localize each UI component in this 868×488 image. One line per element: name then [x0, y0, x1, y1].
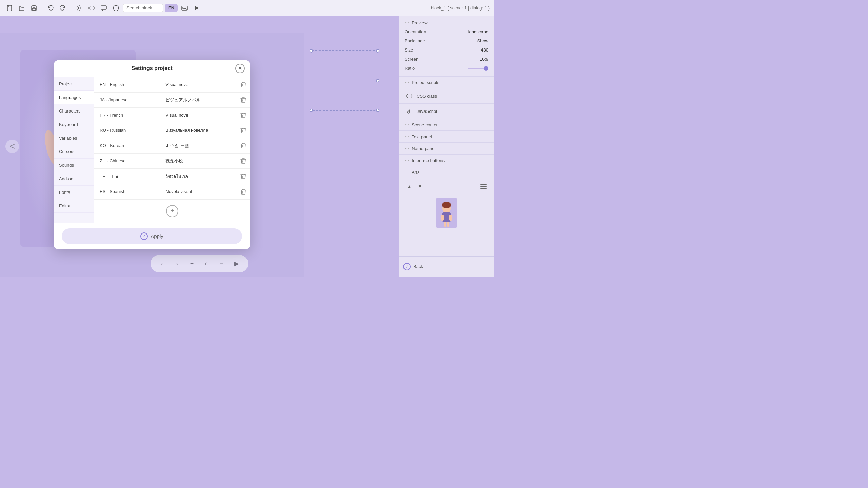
sidebar-item-languages[interactable]: Languages	[54, 91, 94, 104]
separator-2	[71, 4, 71, 12]
apply-button[interactable]: ✓ Apply	[62, 228, 242, 244]
lang-code-0: EN - English	[94, 78, 160, 91]
svg-rect-47	[441, 215, 444, 221]
svg-point-4	[78, 7, 80, 9]
undo-button[interactable]	[45, 3, 56, 14]
language-row: JA - Japanese ビジュアルノベル	[94, 93, 250, 108]
reorder-buttons: ▲ ▼	[405, 182, 425, 191]
add-language-area: +	[94, 200, 250, 223]
orientation-row: Orientation landscape	[405, 27, 488, 36]
sidebar-item-fonts[interactable]: Fonts	[54, 186, 94, 199]
lang-delete-button-4[interactable]	[237, 138, 250, 153]
block-info: block_1 ( scene: 1 | dialog: 1 )	[431, 5, 490, 11]
modal-sidebar: Project Languages Characters Keyboard Va…	[54, 77, 94, 223]
redo-button[interactable]	[57, 3, 68, 14]
scene-content-item[interactable]: ··· Scene content	[399, 119, 494, 131]
lang-value-6: วิชวลโนเวล	[160, 169, 237, 184]
backstage-row: Backstage Show	[405, 36, 488, 45]
lang-delete-button-5[interactable]	[237, 154, 250, 168]
arts-item[interactable]: ··· Arts	[399, 166, 494, 178]
lang-delete-button-3[interactable]	[237, 123, 250, 138]
name-panel-item[interactable]: ··· Name panel	[399, 143, 494, 155]
move-down-button[interactable]: ▼	[415, 182, 425, 191]
selection-handle-bl[interactable]	[310, 109, 313, 112]
ratio-label: Ratio	[405, 66, 415, 71]
arts-dots: ···	[405, 169, 409, 175]
language-row: TH - Thai วิชวลโนเวล	[94, 169, 250, 184]
selection-box	[311, 50, 378, 111]
svg-rect-42	[480, 188, 487, 189]
character-thumbnail	[436, 198, 457, 228]
sidebar-item-keyboard[interactable]: Keyboard	[54, 118, 94, 131]
language-row: ZH - Chinese 视觉小说	[94, 154, 250, 169]
css-class-item[interactable]: CSS class	[399, 88, 494, 104]
size-row: Size 480	[405, 45, 488, 55]
project-scripts-label: Project scripts	[412, 80, 439, 85]
play-button[interactable]	[191, 3, 202, 14]
size-label: Size	[405, 47, 413, 53]
apply-label: Apply	[151, 233, 163, 239]
search-input[interactable]	[123, 4, 163, 12]
svg-rect-2	[33, 6, 35, 7]
svg-rect-48	[449, 215, 452, 221]
svg-rect-0	[7, 5, 12, 11]
lang-value-7: Novela visual	[160, 185, 237, 198]
selection-handle-tr[interactable]	[376, 49, 379, 53]
image-button[interactable]	[179, 3, 190, 14]
ratio-slider[interactable]	[468, 68, 488, 69]
backstage-label: Backstage	[405, 38, 425, 43]
css-class-label: CSS class	[417, 94, 437, 99]
preview-header: ··· Preview	[405, 20, 488, 26]
text-panel-label: Text panel	[412, 134, 432, 139]
sidebar-item-sounds[interactable]: Sounds	[54, 159, 94, 172]
lang-value-4: 비주얼 노벨	[160, 139, 237, 153]
lang-delete-button-2[interactable]	[237, 108, 250, 123]
backstage-value: Show	[477, 38, 488, 43]
text-panel-item[interactable]: ··· Text panel	[399, 131, 494, 143]
back-section: ✓ Back	[403, 263, 423, 270]
project-scripts-item[interactable]: ··· Project scripts	[399, 77, 494, 88]
code-button[interactable]	[86, 3, 97, 14]
hamburger-button[interactable]	[479, 182, 488, 191]
lang-delete-button-0[interactable]	[237, 77, 250, 92]
selection-handle-br[interactable]	[376, 109, 379, 112]
new-file-button[interactable]	[4, 3, 15, 14]
javascript-item[interactable]: JavaScript	[399, 104, 494, 119]
modal-overlay: Settings project ✕ Project Languages Cha…	[0, 33, 304, 277]
bottom-right-panel: ✓ Back	[399, 256, 494, 277]
svg-rect-7	[182, 6, 187, 10]
screen-value: 16:9	[480, 57, 488, 62]
selection-handle-mr[interactable]	[376, 79, 379, 82]
modal-title: Settings project	[132, 65, 173, 71]
info-button[interactable]	[111, 3, 121, 14]
sidebar-item-variables[interactable]: Variables	[54, 131, 94, 145]
sidebar-item-addon[interactable]: Add-on	[54, 172, 94, 186]
interface-buttons-label: Interface buttons	[412, 158, 445, 163]
move-up-button[interactable]: ▲	[405, 182, 414, 191]
modal-close-button[interactable]: ✕	[235, 64, 245, 73]
lang-value-1: ビジュアルノベル	[160, 93, 237, 107]
lang-value-2: Visual novel	[160, 108, 237, 122]
comment-button[interactable]	[98, 3, 109, 14]
lang-value-0: Visual novel	[160, 78, 237, 91]
back-label[interactable]: Back	[413, 264, 423, 269]
language-selector[interactable]: EN	[165, 4, 178, 12]
lang-delete-button-7[interactable]	[237, 184, 250, 199]
sidebar-item-editor[interactable]: Editor	[54, 199, 94, 213]
sidebar-item-characters[interactable]: Characters	[54, 104, 94, 118]
settings-button[interactable]	[74, 3, 85, 14]
sidebar-item-project[interactable]: Project	[54, 77, 94, 91]
scene-content-dots: ···	[405, 122, 409, 128]
slider-thumb	[484, 66, 488, 71]
preview-label: Preview	[412, 20, 427, 25]
selection-handle-tl[interactable]	[310, 49, 313, 53]
lang-delete-button-1[interactable]	[237, 93, 250, 107]
add-language-button[interactable]: +	[166, 205, 178, 217]
sidebar-item-cursors[interactable]: Cursors	[54, 145, 94, 159]
canvas-area: < ‹ › + ○ − ▶ Settings project ✕ Project…	[0, 16, 399, 277]
open-file-button[interactable]	[16, 3, 27, 14]
lang-delete-button-6[interactable]	[237, 169, 250, 184]
interface-buttons-item[interactable]: ··· Interface buttons	[399, 155, 494, 166]
scene-content-label: Scene content	[412, 122, 440, 127]
save-button[interactable]	[28, 3, 39, 14]
